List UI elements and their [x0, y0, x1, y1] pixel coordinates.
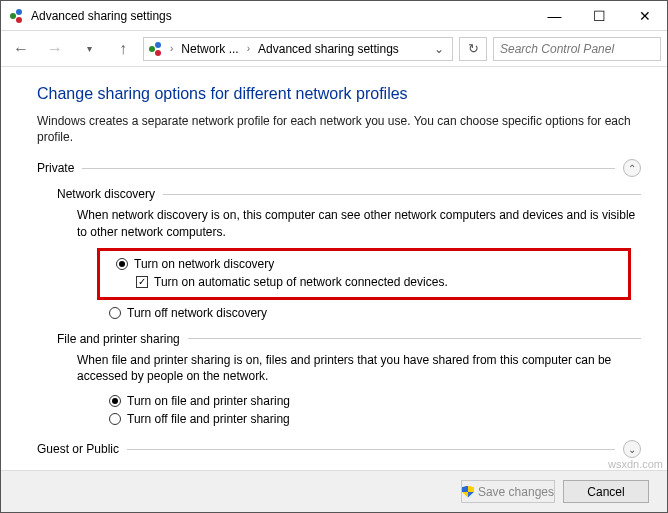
- file-printer-label: File and printer sharing: [57, 332, 180, 346]
- shield-icon: [462, 486, 474, 498]
- checkbox-label: Turn on automatic setup of network conne…: [154, 273, 448, 291]
- network-discovery-description: When network discovery is on, this compu…: [77, 207, 641, 239]
- radio-label: Turn off network discovery: [127, 304, 267, 322]
- radio-file-printer-off[interactable]: Turn off file and printer sharing: [109, 410, 641, 428]
- radio-network-discovery-on[interactable]: Turn on network discovery: [116, 255, 624, 273]
- close-button[interactable]: ✕: [622, 1, 667, 31]
- radio-label: Turn on network discovery: [134, 255, 274, 273]
- radio-icon: [109, 395, 121, 407]
- page-description: Windows creates a separate network profi…: [37, 113, 641, 145]
- section-network-discovery-header: Network discovery: [57, 187, 641, 201]
- cancel-button-label: Cancel: [587, 485, 624, 499]
- window-title: Advanced sharing settings: [31, 9, 172, 23]
- svg-point-2: [16, 17, 22, 23]
- divider: [127, 449, 615, 450]
- save-button-label: Save changes: [478, 485, 554, 499]
- navbar: ← → ▾ ↑ › Network ... › Advanced sharing…: [1, 31, 667, 67]
- titlebar: Advanced sharing settings — ☐ ✕: [1, 1, 667, 31]
- svg-point-1: [16, 9, 22, 15]
- network-icon: [148, 41, 164, 57]
- divider: [188, 338, 641, 339]
- radio-network-discovery-off[interactable]: Turn off network discovery: [109, 304, 641, 322]
- group-guest-header[interactable]: Guest or Public ⌄: [37, 440, 641, 458]
- svg-point-3: [149, 46, 155, 52]
- radio-icon: [109, 413, 121, 425]
- section-file-printer-header: File and printer sharing: [57, 332, 641, 346]
- breadcrumb-advanced[interactable]: Advanced sharing settings: [256, 42, 401, 56]
- search-input[interactable]: Search Control Panel: [493, 37, 661, 61]
- address-history-button[interactable]: ⌄: [430, 42, 448, 56]
- minimize-button[interactable]: —: [532, 1, 577, 31]
- group-guest-label: Guest or Public: [37, 442, 119, 456]
- svg-point-5: [155, 50, 161, 56]
- checkbox-auto-setup[interactable]: ✓ Turn on automatic setup of network con…: [136, 273, 624, 291]
- watermark: wsxdn.com: [608, 458, 663, 470]
- footer: Save changes Cancel: [1, 470, 667, 512]
- collapse-private-icon[interactable]: ⌃: [623, 159, 641, 177]
- content-area: Change sharing options for different net…: [1, 67, 667, 470]
- divider: [163, 194, 641, 195]
- file-printer-description: When file and printer sharing is on, fil…: [77, 352, 641, 384]
- group-private-label: Private: [37, 161, 74, 175]
- forward-button[interactable]: →: [41, 35, 69, 63]
- chevron-right-icon: ›: [168, 43, 175, 54]
- back-button[interactable]: ←: [7, 35, 35, 63]
- breadcrumb-network[interactable]: Network ...: [179, 42, 240, 56]
- radio-icon: [109, 307, 121, 319]
- chevron-right-icon: ›: [245, 43, 252, 54]
- cancel-button[interactable]: Cancel: [563, 480, 649, 503]
- radio-label: Turn on file and printer sharing: [127, 392, 290, 410]
- refresh-button[interactable]: ↻: [459, 37, 487, 61]
- radio-file-printer-on[interactable]: Turn on file and printer sharing: [109, 392, 641, 410]
- svg-point-0: [10, 13, 16, 19]
- divider: [82, 168, 615, 169]
- network-discovery-label: Network discovery: [57, 187, 155, 201]
- page-heading: Change sharing options for different net…: [37, 85, 641, 103]
- app-icon: [9, 8, 25, 24]
- recent-locations-button[interactable]: ▾: [75, 35, 103, 63]
- radio-label: Turn off file and printer sharing: [127, 410, 290, 428]
- checkbox-icon: ✓: [136, 276, 148, 288]
- save-changes-button[interactable]: Save changes: [461, 480, 555, 503]
- svg-point-4: [155, 42, 161, 48]
- address-bar[interactable]: › Network ... › Advanced sharing setting…: [143, 37, 453, 61]
- up-button[interactable]: ↑: [109, 35, 137, 63]
- radio-icon: [116, 258, 128, 270]
- maximize-button[interactable]: ☐: [577, 1, 622, 31]
- highlight-box: Turn on network discovery ✓ Turn on auto…: [97, 248, 631, 300]
- group-private-header[interactable]: Private ⌃: [37, 159, 641, 177]
- expand-guest-icon[interactable]: ⌄: [623, 440, 641, 458]
